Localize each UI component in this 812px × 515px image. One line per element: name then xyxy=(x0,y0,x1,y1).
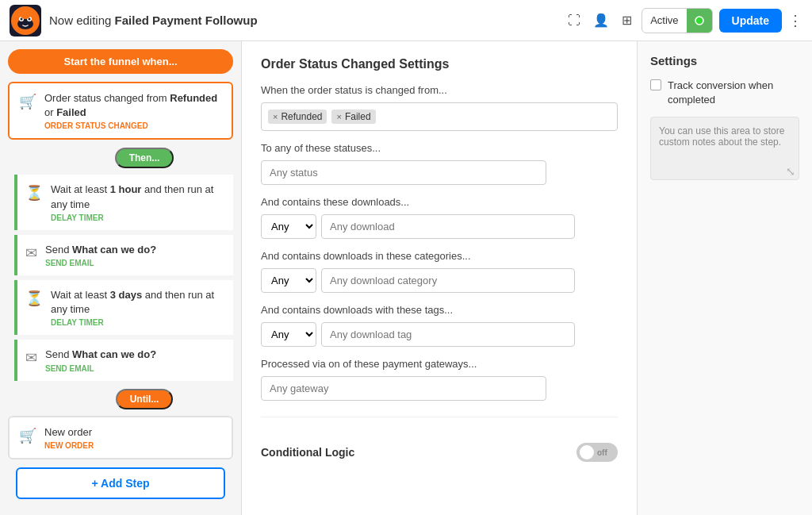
tag-refunded[interactable]: × Refunded xyxy=(268,110,327,124)
notes-area[interactable]: You can use this area to store custom no… xyxy=(650,117,799,180)
main-layout: Start the funnel when... 🛒 Order status … xyxy=(0,41,812,515)
center-panel: Order Status Changed Settings When the o… xyxy=(242,41,638,515)
tag-failed[interactable]: × Failed xyxy=(331,110,375,124)
tags-row: Any All xyxy=(261,322,618,347)
settings-title: Settings xyxy=(650,54,799,67)
downloads-input[interactable] xyxy=(321,214,575,239)
then-button-1[interactable]: Then... xyxy=(115,148,174,168)
toggle-circle xyxy=(580,445,594,459)
categories-input[interactable] xyxy=(321,268,575,293)
page-title: Now editing Failed Payment Followup xyxy=(49,13,557,27)
svg-point-9 xyxy=(695,17,703,25)
funnel-step-trigger[interactable]: 🛒 Order status changed from Refunded or … xyxy=(8,82,233,140)
resize-handle[interactable]: ⤡ xyxy=(786,165,795,178)
header-actions: ⛶ 👤 ⊞ Active Update ⋮ xyxy=(565,8,802,33)
funnel-step-delay2[interactable]: ⏳ Wait at least 3 days and then run at a… xyxy=(14,280,233,335)
downloads-row: Any All xyxy=(261,214,618,239)
step-type-trigger: ORDER STATUS CHANGED xyxy=(44,121,222,130)
notes-text: You can use this area to store custom no… xyxy=(659,125,784,148)
sidebar: Start the funnel when... 🛒 Order status … xyxy=(0,41,242,515)
update-button[interactable]: Update xyxy=(719,9,782,33)
categories-label: And contains downloads in these categori… xyxy=(261,250,618,262)
panel-title: Order Status Changed Settings xyxy=(261,57,618,71)
toggle-off-label: off xyxy=(597,448,607,457)
until-button[interactable]: Until... xyxy=(116,389,174,409)
user-icon[interactable]: 👤 xyxy=(590,10,612,31)
step-label-email1: Send What can we do? xyxy=(45,243,224,257)
add-step-button[interactable]: + Add Step xyxy=(16,467,225,499)
categories-select[interactable]: Any All xyxy=(261,268,316,293)
gateway-input[interactable] xyxy=(261,376,546,401)
tag-failed-remove[interactable]: × xyxy=(336,112,341,121)
tags-input[interactable] xyxy=(321,322,575,347)
funnel-step-email1[interactable]: ✉ Send What can we do? SEND EMAIL xyxy=(14,235,233,275)
header: Now editing Failed Payment Followup ⛶ 👤 … xyxy=(0,0,812,41)
more-options-button[interactable]: ⋮ xyxy=(788,12,802,29)
gateway-label: Processed via on of these payment gatewa… xyxy=(261,358,618,370)
funnel-step-email2[interactable]: ✉ Send What can we do? SEND EMAIL xyxy=(14,340,233,380)
email-icon-2: ✉ xyxy=(25,349,37,367)
active-status-badge: Active xyxy=(642,8,712,33)
active-toggle[interactable] xyxy=(687,8,712,33)
track-conversion-label: Track conversion when completed xyxy=(668,79,799,107)
cart-icon: 🛒 xyxy=(19,93,36,110)
step-type-delay2: DELAY TIMER xyxy=(51,318,224,327)
fullscreen-icon[interactable]: ⛶ xyxy=(565,10,584,31)
step-type-email1: SEND EMAIL xyxy=(45,259,224,267)
categories-row: Any All xyxy=(261,268,618,293)
active-status-label: Active xyxy=(642,14,686,26)
step-label-trigger: Order status changed from Refunded or Fa… xyxy=(44,91,222,120)
divider xyxy=(261,417,618,417)
app-logo xyxy=(10,5,41,37)
conditional-logic-row: Conditional Logic off xyxy=(261,433,618,471)
step-type-email2: SEND EMAIL xyxy=(45,364,224,373)
settings-panel: Settings Track conversion when completed… xyxy=(638,41,812,515)
layout-icon[interactable]: ⊞ xyxy=(619,10,635,31)
step-type-delay1: DELAY TIMER xyxy=(51,213,224,222)
step-type-neworder: NEW ORDER xyxy=(44,441,222,450)
from-status-input[interactable]: × Refunded × Failed xyxy=(261,102,618,131)
to-status-label: To any of these statuses... xyxy=(261,142,618,154)
any-status-input[interactable] xyxy=(261,160,546,185)
timer-icon-2: ⏳ xyxy=(25,290,43,307)
track-conversion-checkbox[interactable] xyxy=(650,79,661,90)
downloads-select[interactable]: Any All xyxy=(261,214,316,239)
tag-refunded-remove[interactable]: × xyxy=(273,112,278,121)
downloads-label: And contains these downloads... xyxy=(261,196,618,208)
funnel-step-neworder[interactable]: 🛒 New order NEW ORDER xyxy=(8,416,233,459)
track-conversion-row: Track conversion when completed xyxy=(650,79,799,107)
step-label-delay2: Wait at least 3 days and then run at any… xyxy=(51,288,224,317)
conditional-logic-label: Conditional Logic xyxy=(261,446,354,459)
tags-label: And contains downloads with these tags..… xyxy=(261,304,618,316)
funnel-step-delay1[interactable]: ⏳ Wait at least 1 hour and then run at a… xyxy=(14,175,233,229)
step-label-delay1: Wait at least 1 hour and then run at any… xyxy=(51,183,224,211)
tags-select[interactable]: Any All xyxy=(261,322,316,347)
from-status-label: When the order status is changed from... xyxy=(261,84,618,96)
start-funnel-button[interactable]: Start the funnel when... xyxy=(8,49,233,74)
step-label-neworder: New order xyxy=(44,425,222,440)
conditional-logic-toggle[interactable]: off xyxy=(576,443,618,462)
timer-icon-1: ⏳ xyxy=(25,184,43,202)
email-icon-1: ✉ xyxy=(25,244,37,262)
step-label-email2: Send What can we do? xyxy=(45,348,224,362)
cart-icon-2: 🛒 xyxy=(19,427,36,444)
